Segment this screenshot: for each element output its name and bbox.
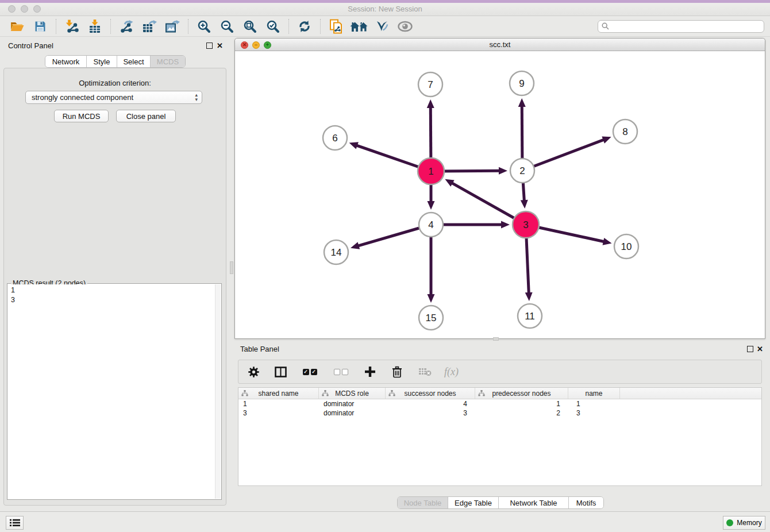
tab-style[interactable]: Style [87, 56, 117, 67]
table-row[interactable]: 3 dominator 3 2 3 [238, 408, 761, 418]
table-panel-float-button[interactable] [747, 346, 753, 352]
select-all-button[interactable]: ✓ ✓ [301, 363, 318, 380]
graph-node-label: 9 [519, 78, 524, 89]
tab-edge-table[interactable]: Edge Table [448, 497, 499, 508]
splitter-handle-vertical[interactable] [230, 261, 233, 274]
cell-name[interactable]: 1 [568, 400, 620, 408]
column-header-shared-name[interactable]: shared name [238, 388, 319, 399]
cell-mcds-role[interactable]: dominator [319, 400, 386, 408]
column-header-mcds-role[interactable]: MCDS role [319, 388, 386, 399]
memory-status-icon [726, 519, 733, 526]
table-toolbar: ✓ ✓ f(x) [238, 360, 762, 384]
table-row[interactable]: 1 dominator 4 1 1 [238, 399, 761, 408]
export-table-button[interactable] [140, 18, 159, 35]
mcds-result-line: 3 [11, 295, 212, 305]
hierarchy-icon [322, 390, 329, 396]
tab-node-table[interactable]: Node Table [398, 497, 448, 508]
home-layout-button[interactable] [349, 18, 369, 35]
control-panel-title: Control Panel [8, 41, 53, 50]
mcds-result-scrollbar[interactable] [215, 284, 221, 499]
run-mcds-button[interactable]: Run MCDS [54, 110, 109, 122]
delete-table-button[interactable] [417, 363, 432, 380]
gear-icon [248, 367, 259, 377]
graph-edge-arrowhead [602, 136, 611, 143]
hierarchy-icon [388, 390, 395, 396]
mcds-result-text[interactable]: 1 3 [8, 284, 215, 499]
export-network-button[interactable] [117, 18, 136, 35]
toolbar-separator [110, 19, 111, 34]
control-panel-close-button[interactable]: ✕ [217, 43, 223, 49]
graph-edge-arrowhead [521, 200, 528, 209]
zoom-out-button[interactable] [217, 18, 237, 35]
tab-network[interactable]: Network [45, 56, 87, 67]
zoom-fit-button[interactable] [240, 18, 260, 35]
network-window-titlebar[interactable]: ✕ − + scc.txt [235, 38, 765, 51]
tab-motifs[interactable]: Motifs [569, 497, 603, 508]
node-table: shared name MCDS role successor nodes pr… [238, 387, 762, 486]
graph-edge-arrowhead [525, 292, 533, 301]
zoom-selected-button[interactable] [263, 18, 283, 35]
cell-predecessor-nodes[interactable]: 1 [475, 400, 568, 408]
column-header-successor-nodes[interactable]: successor nodes [386, 388, 475, 399]
memory-button[interactable]: Memory [723, 516, 765, 530]
criterion-dropdown[interactable]: strongly connected component ▴▾ [25, 91, 202, 104]
network-window-title: scc.txt [235, 40, 765, 49]
column-header-name[interactable]: name [568, 388, 620, 399]
export-image-button[interactable] [163, 18, 182, 35]
graph-edge-arrowhead [603, 238, 612, 245]
table-panel-close-button[interactable]: ✕ [757, 346, 763, 352]
save-session-button[interactable] [30, 18, 50, 35]
column-header-predecessor-nodes[interactable]: predecessor nodes [475, 388, 568, 399]
control-panel-float-button[interactable] [206, 43, 213, 49]
show-hide-panels-button[interactable] [395, 18, 415, 35]
checked-box-icon: ✓ [303, 369, 309, 375]
network-canvas[interactable]: 7968124314101511 [235, 51, 765, 338]
window-title: Session: New Session [0, 5, 770, 13]
cell-successor-nodes[interactable]: 3 [386, 409, 475, 417]
import-network-button[interactable] [62, 18, 82, 35]
tab-network-table[interactable]: Network Table [499, 497, 569, 508]
import-table-icon [88, 20, 102, 33]
toolbar-separator [56, 19, 56, 34]
search-field[interactable] [598, 20, 764, 33]
graph-edge-2-8[interactable] [522, 140, 605, 171]
toggle-graphics-details-button[interactable] [372, 18, 392, 35]
plus-icon [364, 366, 376, 377]
splitter-handle-horizontal[interactable] [493, 337, 499, 341]
zoom-in-button[interactable] [194, 18, 214, 35]
graph-node-label: 1 [428, 166, 433, 177]
cell-name[interactable]: 3 [568, 409, 620, 417]
cell-shared-name[interactable]: 1 [238, 400, 319, 408]
graph-node-label: 6 [332, 133, 337, 144]
close-panel-button[interactable]: Close panel [116, 110, 176, 122]
table-settings-button[interactable] [247, 363, 260, 380]
add-column-button[interactable] [363, 363, 377, 380]
import-network-icon [64, 20, 79, 33]
refresh-network-button[interactable] [295, 18, 314, 35]
unchecked-box-icon [342, 369, 348, 375]
hierarchy-icon [478, 390, 485, 396]
cell-predecessor-nodes[interactable]: 2 [475, 409, 568, 417]
graph-node-label: 15 [426, 313, 437, 323]
deselect-all-button[interactable] [332, 363, 349, 380]
graph-edge-arrowhead [351, 242, 360, 249]
open-session-button[interactable] [7, 18, 27, 35]
cell-successor-nodes[interactable]: 4 [386, 400, 475, 408]
copy-network-button[interactable] [326, 18, 346, 35]
delete-column-button[interactable] [391, 363, 403, 380]
function-builder-icon[interactable]: f(x) [444, 366, 459, 378]
graph-edge-arrowhead [428, 201, 435, 210]
chevron-up-down-icon: ▴▾ [195, 92, 198, 102]
cell-mcds-role[interactable]: dominator [319, 409, 386, 417]
search-input[interactable] [611, 22, 760, 30]
import-table-button[interactable] [85, 18, 105, 35]
graph-node-label: 2 [519, 165, 525, 176]
copy-network-icon [329, 19, 343, 34]
task-history-button[interactable] [6, 516, 24, 530]
home-icon [350, 20, 368, 33]
cell-shared-name[interactable]: 3 [238, 409, 319, 417]
split-columns-button[interactable] [274, 363, 287, 380]
tab-mcds[interactable]: MCDS [151, 56, 185, 67]
columns-icon [275, 367, 287, 377]
tab-select[interactable]: Select [117, 56, 151, 67]
